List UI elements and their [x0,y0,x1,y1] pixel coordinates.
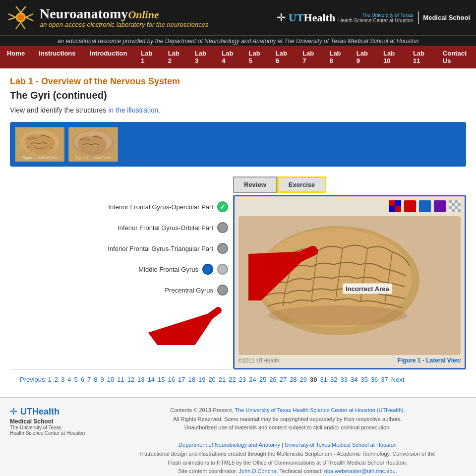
page-3[interactable]: 3 [61,376,64,383]
page-37[interactable]: 37 [381,376,388,383]
site-title: NeuroanatomyOnline [40,7,208,21]
svg-line-8 [26,17,33,21]
checker2-icon[interactable] [449,200,461,212]
right-panel: Review Exercise [233,177,466,369]
nav-introduction[interactable]: Introduction [83,46,134,68]
footer-ut-cross: ✛ [10,406,17,417]
edu-line: an educational resource provided by the … [0,35,476,46]
page-21[interactable]: 21 [219,376,226,383]
page-23[interactable]: 23 [239,376,246,383]
nav-lab10[interactable]: Lab 10 [376,46,406,68]
dot-blue-4[interactable] [202,264,213,275]
page-20[interactable]: 20 [208,376,215,383]
footer-tech-link[interactable]: nba.webmaster@uth.tmc.edu [324,468,396,474]
page-12[interactable]: 12 [127,376,134,383]
nav-instructions[interactable]: Instructions [32,46,82,68]
logo-text-area: NeuroanatomyOnline an open-access electr… [40,7,208,28]
nav-lab6[interactable]: Lab 6 [269,46,296,68]
page-7[interactable]: 7 [87,376,91,383]
page-11[interactable]: 11 [117,376,124,383]
page-15[interactable]: 15 [158,376,165,383]
nav-lab7[interactable]: Lab 7 [296,46,322,68]
page-26[interactable]: 26 [269,376,276,383]
page-18[interactable]: 18 [188,376,195,383]
nav-lab3[interactable]: Lab 3 [188,46,215,68]
footer-med-link[interactable]: University of Texas Medical School at Ho… [285,442,397,448]
page-29[interactable]: 29 [300,376,307,383]
tab-exercise[interactable]: Exercise [277,177,327,193]
nav-lab8[interactable]: Lab 8 [322,46,349,68]
figure-label: Figure 1 - Lateral View [398,357,461,364]
page-30-current[interactable]: 30 [310,376,317,383]
dot-grey-2[interactable] [217,222,228,233]
brain-copyright: ©2011 UTHealth [238,357,279,363]
nav-lab1[interactable]: Lab 1 [134,46,161,68]
footer-link-uthealth[interactable]: The University of Texas Health Science C… [235,407,403,413]
page-13[interactable]: 13 [137,376,144,383]
thumb-brain-1: Figure 1 - Lateral View [16,128,63,161]
label-text-3: Inferior Frontal Gyrus-Triangular Part [108,245,213,252]
nav-contact[interactable]: Contact Us [436,46,476,68]
page-8[interactable]: 8 [94,376,97,383]
red-color[interactable] [404,200,416,212]
nav-lab4[interactable]: Lab 4 [215,46,241,68]
page-24[interactable]: 24 [249,376,256,383]
footer-coord-link[interactable]: John.D.Concha [239,468,277,474]
page-9[interactable]: 9 [100,376,104,383]
thumb-1[interactable]: Figure 1 - Lateral View [15,127,64,162]
svg-line-2 [21,6,26,12]
nav-lab9[interactable]: Lab 9 [350,46,376,68]
page-22[interactable]: 22 [229,376,236,383]
page-31[interactable]: 31 [320,376,327,383]
nav-lab11[interactable]: Lab 11 [406,46,436,68]
site-tagline: an open-access electronic laboratory for… [40,21,208,28]
svg-rect-17 [389,200,395,206]
nav-lab2[interactable]: Lab 2 [161,46,188,68]
site-header: NeuroanatomyOnline an open-access electr… [0,0,476,35]
brain-box: Incorrect Area ©2011 UTHealth Figure 1 -… [233,195,466,369]
page-36[interactable]: 36 [371,376,378,383]
page-19[interactable]: 19 [198,376,205,383]
dot-grey2-4[interactable] [217,264,228,275]
tab-review[interactable]: Review [233,177,277,193]
page-32[interactable]: 32 [330,376,337,383]
page-4[interactable]: 4 [67,376,71,383]
footer-logo: ✛ UTHealth Medical School The University… [10,406,99,476]
purple-color[interactable] [434,200,446,212]
pagination-next[interactable]: Next [391,376,405,383]
page-2[interactable]: 2 [55,376,58,383]
page-5[interactable]: 5 [74,376,78,383]
page-17[interactable]: 17 [178,376,185,383]
brain-image-area[interactable]: Incorrect Area [238,216,461,355]
instruction-text: View and identify the structures in the … [10,106,466,114]
svg-point-39 [268,305,407,325]
nav-lab5[interactable]: Lab 5 [242,46,269,68]
page-6[interactable]: 6 [81,376,84,383]
page-1[interactable]: 1 [48,376,52,383]
dot-grey-5[interactable] [217,285,228,296]
page-10[interactable]: 10 [107,376,114,383]
page-14[interactable]: 14 [148,376,155,383]
incorrect-area-label: Incorrect Area [343,283,392,294]
dot-grey-3[interactable] [217,243,228,254]
page-25[interactable]: 25 [259,376,266,383]
label-row-3: Inferior Frontal Gyrus-Triangular Part [10,243,233,254]
page-34[interactable]: 34 [351,376,357,383]
blue-color[interactable] [419,200,431,212]
pagination-prev[interactable]: Previous [20,376,45,383]
page-16[interactable]: 16 [168,376,175,383]
svg-rect-21 [449,200,452,203]
thumb-brain-2: Figure 2 - Lateral View [69,128,117,161]
footer-dept-link[interactable]: Department of Neurobiology and Anatomy [178,442,280,448]
svg-text:Figure 1 - Lateral View: Figure 1 - Lateral View [22,156,58,160]
page-27[interactable]: 27 [280,376,287,383]
svg-point-9 [17,14,24,21]
checker-icon[interactable] [389,200,401,212]
page-33[interactable]: 33 [340,376,347,383]
thumb-2[interactable]: Figure 2 - Lateral View [68,127,118,162]
page-28[interactable]: 28 [290,376,297,383]
nav-home[interactable]: Home [0,46,32,68]
page-35[interactable]: 35 [360,376,367,383]
label-text-5: Precentral Gyrus [165,287,213,294]
dot-check-1[interactable]: ✓ [217,201,228,212]
